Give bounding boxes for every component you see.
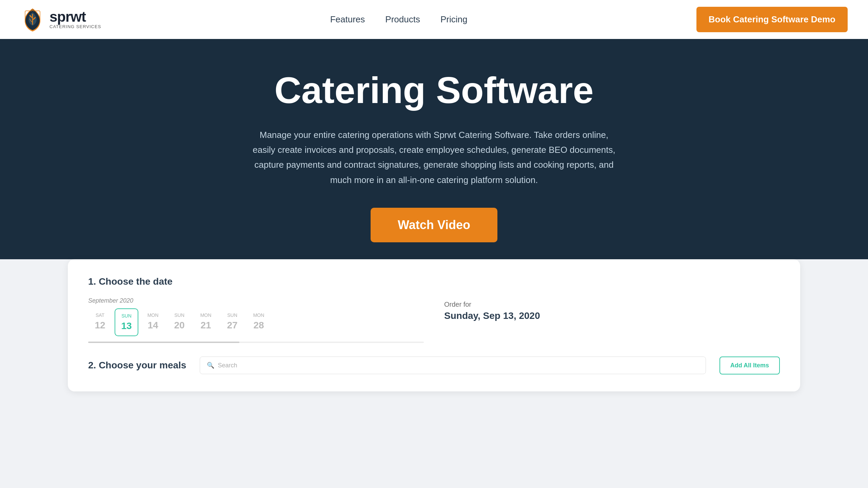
header: sprwt Catering Services Features Product… bbox=[0, 0, 868, 39]
calendar-day-13[interactable]: SUN 13 bbox=[115, 308, 138, 336]
demo-card: 1. Choose the date September 2020 SAT 12… bbox=[68, 259, 800, 391]
calendar-area: September 2020 SAT 12 SUN 13 MON 14 SUN … bbox=[88, 297, 780, 343]
calendar-days: SAT 12 SUN 13 MON 14 SUN 20 MON 21 SUN 2… bbox=[88, 308, 424, 336]
logo-icon bbox=[20, 7, 45, 32]
calendar-progress-bar bbox=[88, 342, 239, 343]
calendar-day-28[interactable]: MON 28 bbox=[247, 308, 271, 336]
logo-name: sprwt bbox=[50, 10, 101, 24]
calendar-day-14[interactable]: MON 14 bbox=[141, 308, 165, 336]
calendar-block: September 2020 SAT 12 SUN 13 MON 14 SUN … bbox=[88, 297, 424, 343]
order-info: Order for Sunday, Sep 13, 2020 bbox=[444, 297, 780, 321]
step2-title: 2. Choose your meals bbox=[88, 360, 186, 371]
day-label: MON bbox=[147, 312, 159, 318]
search-icon: 🔍 bbox=[207, 362, 214, 369]
nav-features[interactable]: Features bbox=[330, 14, 365, 25]
nav-pricing[interactable]: Pricing bbox=[440, 14, 467, 25]
day-label: SUN bbox=[174, 312, 184, 318]
search-box[interactable]: 🔍 Search bbox=[200, 357, 706, 374]
calendar-day-12[interactable]: SAT 12 bbox=[88, 308, 112, 336]
logo-subtitle: Catering Services bbox=[50, 24, 101, 29]
step2: 2. Choose your meals 🔍 Search Add All It… bbox=[88, 357, 780, 374]
calendar-progress-track bbox=[88, 342, 424, 343]
day-number: 20 bbox=[174, 320, 184, 331]
demo-section: 1. Choose the date September 2020 SAT 12… bbox=[0, 259, 868, 412]
day-label: SUN bbox=[121, 313, 132, 319]
hero-section: Catering Software Manage your entire cat… bbox=[0, 39, 868, 269]
day-number: 27 bbox=[227, 320, 237, 331]
hero-description: Manage your entire catering operations w… bbox=[248, 127, 620, 187]
day-label: SUN bbox=[227, 312, 237, 318]
order-for-label: Order for bbox=[444, 301, 780, 308]
step1-title: 1. Choose the date bbox=[88, 276, 780, 287]
day-label: SAT bbox=[96, 312, 104, 318]
logo-text: sprwt Catering Services bbox=[50, 10, 101, 29]
calendar-day-27[interactable]: SUN 27 bbox=[220, 308, 244, 336]
day-label: MON bbox=[200, 312, 212, 318]
nav-products[interactable]: Products bbox=[385, 14, 420, 25]
step1: 1. Choose the date September 2020 SAT 12… bbox=[88, 276, 780, 343]
day-label: MON bbox=[253, 312, 264, 318]
day-number: 13 bbox=[121, 321, 132, 331]
day-number: 28 bbox=[253, 320, 264, 331]
watch-video-button[interactable]: Watch Video bbox=[371, 208, 497, 242]
book-demo-button[interactable]: Book Catering Software Demo bbox=[696, 7, 848, 32]
day-number: 12 bbox=[95, 320, 105, 331]
day-number: 21 bbox=[200, 320, 211, 331]
logo: sprwt Catering Services bbox=[20, 7, 101, 32]
search-placeholder: Search bbox=[218, 362, 237, 369]
day-number: 14 bbox=[147, 320, 158, 331]
hero-title: Catering Software bbox=[68, 69, 800, 110]
order-date: Sunday, Sep 13, 2020 bbox=[444, 310, 780, 321]
add-all-button[interactable]: Add All Items bbox=[719, 357, 780, 374]
navigation: Features Products Pricing bbox=[330, 14, 468, 25]
calendar-day-20[interactable]: SUN 20 bbox=[167, 308, 191, 336]
calendar-month: September 2020 bbox=[88, 297, 424, 304]
calendar-day-21[interactable]: MON 21 bbox=[194, 308, 218, 336]
